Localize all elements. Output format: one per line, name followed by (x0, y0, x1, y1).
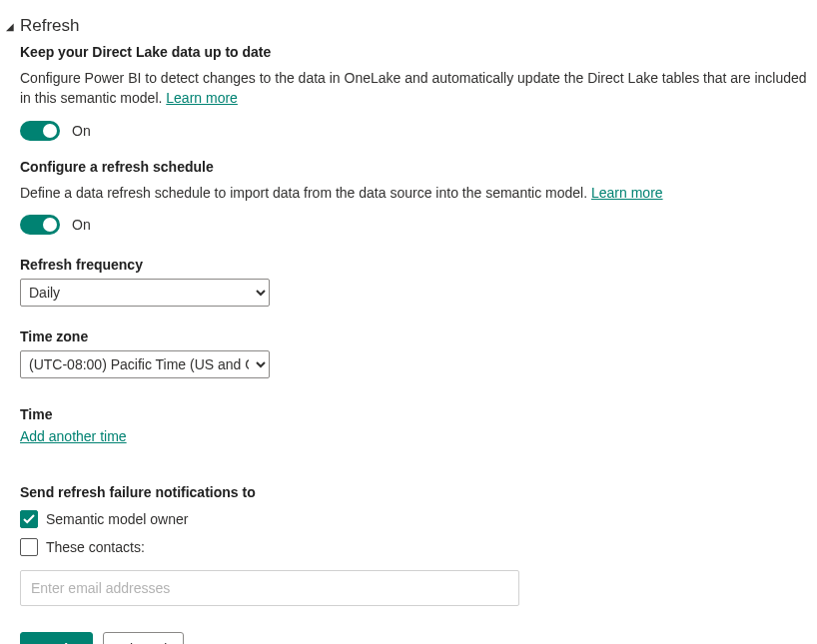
owner-checkbox-label: Semantic model owner (46, 511, 188, 527)
contacts-checkbox[interactable] (20, 538, 38, 556)
frequency-label: Refresh frequency (20, 257, 811, 273)
owner-checkbox[interactable] (20, 510, 38, 528)
schedule-description: Define a data refresh schedule to import… (20, 183, 811, 203)
section-title: Refresh (20, 16, 80, 36)
directlake-toggle[interactable] (20, 121, 60, 141)
schedule-learn-more-link[interactable]: Learn more (591, 185, 663, 201)
discard-button[interactable]: Discard (103, 632, 184, 644)
section-header-refresh[interactable]: ◢ Refresh (6, 16, 811, 36)
schedule-heading: Configure a refresh schedule (20, 159, 811, 175)
check-icon (23, 513, 35, 525)
timezone-select[interactable]: (UTC-08:00) Pacific Time (US and Canada) (20, 350, 270, 378)
directlake-learn-more-link[interactable]: Learn more (166, 90, 238, 106)
chevron-down-icon: ◢ (6, 21, 18, 32)
schedule-toggle[interactable] (20, 215, 60, 235)
add-time-link[interactable]: Add another time (20, 428, 127, 444)
schedule-toggle-label: On (72, 217, 91, 233)
contacts-checkbox-label: These contacts: (46, 539, 145, 555)
directlake-toggle-label: On (72, 123, 91, 139)
contacts-email-input[interactable] (20, 570, 519, 606)
directlake-description: Configure Power BI to detect changes to … (20, 68, 811, 109)
directlake-heading: Keep your Direct Lake data up to date (20, 44, 811, 60)
notify-heading: Send refresh failure notifications to (20, 484, 811, 500)
timezone-label: Time zone (20, 328, 811, 344)
time-label: Time (20, 406, 811, 422)
apply-button[interactable]: Apply (20, 632, 93, 644)
frequency-select[interactable]: Daily (20, 279, 270, 307)
